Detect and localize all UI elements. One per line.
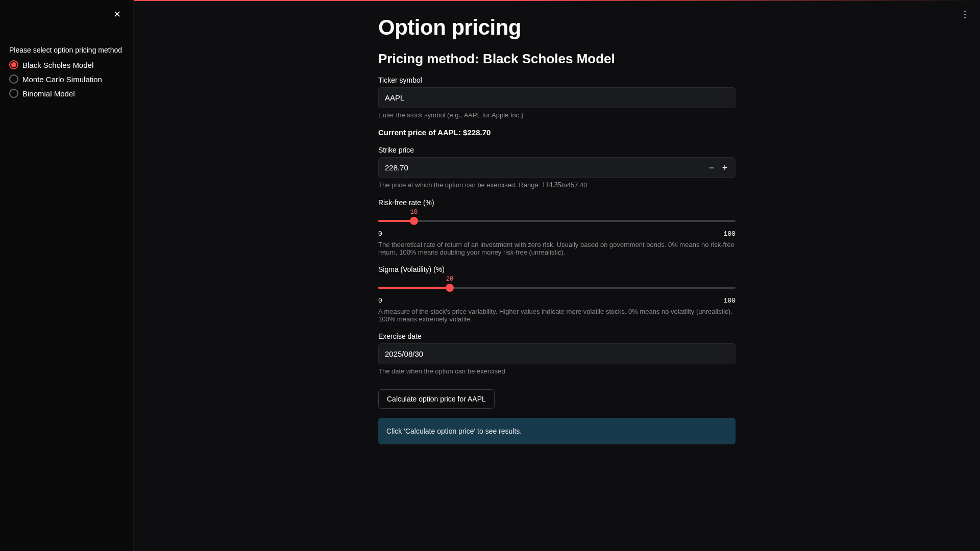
- pricing-method-radio-group: Black Scholes Model Monte Carlo Simulati…: [9, 59, 124, 99]
- strike-range-low: 114.35: [542, 181, 561, 189]
- slider-value-label: 10: [410, 209, 418, 216]
- slider-thumb[interactable]: [446, 284, 454, 292]
- strike-range-mid: to: [561, 181, 567, 189]
- ticker-input[interactable]: [378, 87, 736, 108]
- strike-input-wrapper: − +: [378, 157, 736, 178]
- dot-icon: [964, 17, 966, 18]
- strike-help: The price at which the option can be exe…: [378, 181, 736, 189]
- radio-icon: [9, 74, 18, 84]
- radio-label: Binomial Model: [22, 89, 75, 98]
- slider-fill: [378, 220, 414, 222]
- current-price-text: Current price of AAPL: $228.70: [378, 128, 736, 137]
- strike-range-high: 457.40: [567, 181, 587, 189]
- close-sidebar-button[interactable]: ✕: [111, 8, 123, 20]
- ticker-help: Enter the stock symbol (e.g., AAPL for A…: [378, 111, 736, 119]
- strike-increment-button[interactable]: +: [719, 162, 731, 174]
- radio-label: Black Scholes Model: [22, 61, 93, 69]
- slider-fill: [378, 287, 450, 289]
- strike-decrement-button[interactable]: −: [705, 162, 718, 174]
- slider-min: 0: [378, 230, 382, 238]
- dot-icon: [964, 11, 966, 12]
- sidebar-label: Please select option pricing method: [9, 46, 124, 54]
- radio-icon: [9, 89, 18, 98]
- exercise-date-input[interactable]: [378, 343, 736, 364]
- radio-monte-carlo[interactable]: Monte Carlo Simulation: [9, 73, 124, 85]
- slider-track: [378, 220, 736, 222]
- sigma-label: Sigma (Volatility) (%): [378, 265, 736, 273]
- main-content: Option pricing Pricing method: Black Sch…: [134, 0, 980, 551]
- exercise-date-label: Exercise date: [378, 332, 736, 340]
- sigma-help: A measure of the stock's price variabili…: [378, 308, 736, 323]
- ticker-label: Ticker symbol: [378, 76, 736, 84]
- close-icon: ✕: [113, 9, 121, 20]
- calculate-button[interactable]: Calculate option price for AAPL: [378, 389, 495, 409]
- slider-min: 0: [378, 297, 382, 305]
- radio-label: Monte Carlo Simulation: [22, 75, 102, 84]
- kebab-menu-button[interactable]: [959, 8, 971, 20]
- risk-free-slider[interactable]: 10: [378, 211, 736, 229]
- radio-black-scholes[interactable]: Black Scholes Model: [9, 59, 124, 70]
- pricing-method-subtitle: Pricing method: Black Scholes Model: [378, 51, 736, 67]
- risk-free-help: The theoretical rate of return of an inv…: [378, 241, 736, 256]
- strike-label: Strike price: [378, 146, 736, 154]
- info-box: Click 'Calculate option price' to see re…: [378, 418, 736, 444]
- sidebar: ✕ Please select option pricing method Bl…: [0, 0, 134, 551]
- exercise-date-help: The date when the option can be exercise…: [378, 367, 736, 375]
- risk-free-label: Risk-free rate (%): [378, 198, 736, 207]
- page-title: Option pricing: [378, 15, 736, 40]
- slider-max: 100: [724, 230, 736, 238]
- slider-max: 100: [724, 297, 736, 305]
- dot-icon: [964, 14, 966, 15]
- sigma-slider[interactable]: 20: [378, 278, 736, 296]
- radio-binomial[interactable]: Binomial Model: [9, 88, 124, 99]
- strike-help-prefix: The price at which the option can be exe…: [378, 181, 542, 189]
- slider-value-label: 20: [446, 276, 453, 283]
- radio-icon: [9, 60, 18, 69]
- slider-thumb[interactable]: [410, 217, 418, 225]
- strike-input[interactable]: [379, 158, 705, 178]
